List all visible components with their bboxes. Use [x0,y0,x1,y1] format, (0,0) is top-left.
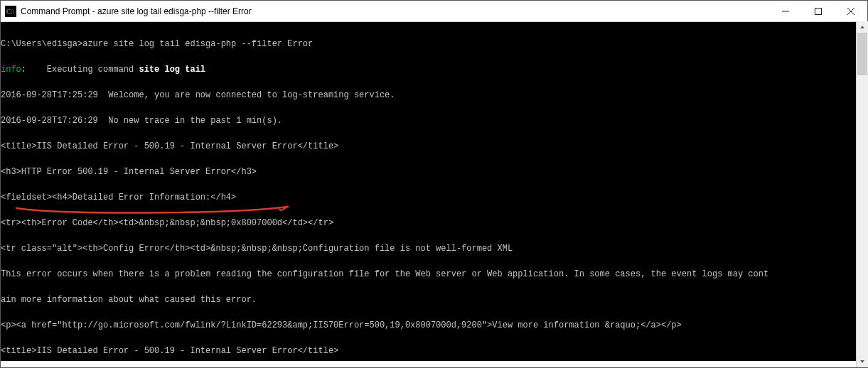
scroll-thumb[interactable] [857,33,867,75]
info-text: Executing command [26,65,139,75]
client-area: C:\Users\edisga>azure site log tail edis… [1,22,867,367]
vertical-scrollbar[interactable] [856,21,868,367]
info-label: info [1,65,21,75]
info-line: info: Executing command site log tail [1,63,867,76]
log-line: This error occurs when there is a proble… [1,268,867,281]
log-line: 2016-09-28T17:26:29 No new trace in the … [1,114,867,127]
svg-rect-3 [815,8,822,14]
log-line: 2016-09-28T17:25:29 Welcome, you are now… [1,89,867,102]
prompt-command: azure site log tail edisga-php --filter … [82,39,313,49]
maximize-button[interactable] [802,1,835,22]
titlebar[interactable]: C:\ Command Prompt - azure site log tail… [1,1,867,22]
log-line: <tr><th>Error Code</th><td>&nbsp;&nbsp;&… [1,217,867,229]
info-colon: : [21,65,26,75]
log-line: ain more information about what caused t… [1,293,867,306]
minimize-button[interactable] [769,1,802,22]
red-underline-annotation [15,204,292,218]
close-button[interactable] [835,1,867,22]
log-line: <title>IIS Detailed Error - 500.19 - Int… [1,140,867,153]
info-cmd: site log tail [139,65,205,75]
command-prompt-window: C:\ Command Prompt - azure site log tail… [0,0,868,368]
cmd-icon: C:\ [5,6,16,17]
scroll-up-arrow-icon[interactable] [857,21,868,33]
log-line: <title>IIS Detailed Error - 500.19 - Int… [1,345,867,357]
console-output[interactable]: C:\Users\edisga>azure site log tail edis… [1,22,867,361]
log-line: <tr class="alt"><th>Config Error</th><td… [1,242,867,255]
log-line: <h3>HTTP Error 500.19 - Internal Server … [1,166,867,178]
window-title: Command Prompt - azure site log tail edi… [21,6,252,16]
prompt-path: C:\Users\edisga> [1,39,82,49]
scroll-down-arrow-icon[interactable] [857,356,868,367]
prompt-line: C:\Users\edisga>azure site log tail edis… [1,38,867,50]
svg-text:C:\: C:\ [6,8,15,15]
log-line: <p><a href="http://go.microsoft.com/fwli… [1,319,867,332]
log-line: <fieldset><h4>Detailed Error Information… [1,191,867,204]
